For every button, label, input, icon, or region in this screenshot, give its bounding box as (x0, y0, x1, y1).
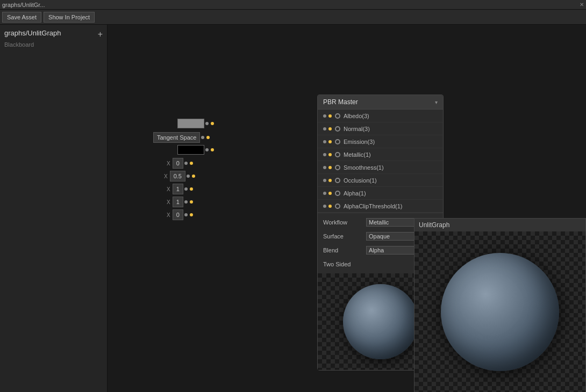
two-sided-label: Two Sided (323, 261, 366, 267)
port-label-occlusion: Occlusion(1) (344, 177, 377, 184)
input-node-occlusion[interactable]: X 1 (167, 184, 194, 194)
unlit-sphere-preview (441, 253, 559, 371)
port-occlusion[interactable]: Occlusion(1) (318, 174, 443, 187)
port-circle-metallic (335, 152, 340, 157)
port-circle-smoothness (335, 165, 340, 170)
port-circle-emission (335, 139, 340, 144)
unlit-node-header: UnlitGraph (415, 219, 585, 231)
port-circle-albedo (335, 113, 340, 119)
port-metallic[interactable]: Metallic(1) (318, 148, 443, 161)
port-circle-normal (335, 126, 340, 132)
input-node-smoothness[interactable]: X 0.5 (164, 171, 196, 182)
port-label-emission: Emission(3) (344, 139, 375, 145)
surface-label: Surface (323, 233, 366, 239)
input-node-metallic[interactable]: X 0 (167, 158, 194, 169)
port-label-alpha: Alpha(1) (344, 190, 366, 197)
unlit-preview (415, 231, 585, 392)
save-asset-button[interactable]: Save Asset (2, 12, 41, 23)
port-albedo[interactable]: Albedo(3) (318, 110, 443, 122)
port-circle-alphaclip (335, 204, 340, 209)
title-bar: graphs/UnlitGr... ✕ (0, 0, 586, 10)
port-alpha[interactable]: Alpha(1) (318, 187, 443, 200)
port-label-alphaclip: AlphaClipThreshold(1) (344, 203, 402, 209)
port-smoothness[interactable]: Smoothness(1) (318, 161, 443, 174)
sidebar-title: graphs/UnlitGraph (4, 29, 61, 37)
sidebar: graphs/UnlitGraph + Blackboard (0, 25, 108, 392)
toolbar: Save Asset Show In Project (0, 10, 586, 25)
unlit-graph-node[interactable]: UnlitGraph (414, 218, 586, 392)
port-emission[interactable]: Emission(3) (318, 135, 443, 148)
add-icon[interactable]: + (98, 30, 103, 39)
workflow-label: Workflow (323, 219, 366, 226)
port-alphaclip[interactable]: AlphaClipThreshold(1) (318, 200, 443, 213)
port-label-metallic: Metallic(1) (344, 151, 371, 158)
port-circle-occlusion (335, 178, 340, 183)
blackboard-label: Blackboard (4, 41, 103, 48)
input-node-albedo[interactable] (177, 119, 215, 128)
input-node-alphaclip[interactable]: X 0 (167, 209, 194, 220)
collapse-icon[interactable]: ▾ (435, 99, 438, 105)
pbr-node-title: PBR Master (323, 98, 358, 106)
port-label-albedo: Albedo(3) (344, 113, 369, 119)
canvas-area[interactable]: Tangent Space X 0 X 0.5 X 1 X (108, 25, 586, 392)
input-node-emission[interactable] (177, 145, 215, 155)
input-node-alpha[interactable]: X 1 (167, 197, 194, 207)
title-text: graphs/UnlitGr... (2, 2, 45, 8)
close-icon[interactable]: ✕ (580, 2, 584, 8)
port-normal[interactable]: Normal(3) (318, 122, 443, 135)
port-label-smoothness: Smoothness(1) (344, 164, 384, 171)
port-circle-alpha (335, 191, 340, 196)
pbr-node-header[interactable]: PBR Master ▾ (318, 95, 443, 110)
blend-label: Blend (323, 247, 366, 253)
pbr-sphere-preview (343, 284, 418, 359)
show-in-project-button[interactable]: Show In Project (44, 12, 95, 23)
main-area: graphs/UnlitGraph + Blackboard Tangent S… (0, 25, 586, 392)
input-node-tangent[interactable]: Tangent Space (153, 132, 211, 143)
port-label-normal: Normal(3) (344, 126, 370, 132)
tangent-label: Tangent Space (153, 132, 200, 143)
